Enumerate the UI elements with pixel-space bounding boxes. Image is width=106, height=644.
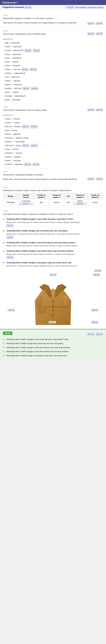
list-item: jeans — джинсы [4, 132, 103, 136]
list-item: pink — розовый [4, 98, 103, 102]
schema-table: Вчера новый/новые Слово израмки 1 Слово … [3, 193, 103, 206]
step-3-section: WORDLIST [3, 114, 103, 116]
sentence-5-en: Yesterday Miss Chatter bought a new gree… [6, 261, 103, 264]
table-header-1: новый/новые [18, 193, 34, 199]
list-item: boots — ботинки [4, 159, 103, 163]
coat-wm-tr[interactable]: gdz.top [93, 274, 100, 276]
step2-wl-badge5[interactable]: gdz.top [22, 87, 30, 90]
step-6-title: Составим несколько фраз, опираясь на при… [3, 212, 103, 216]
sentence-item-1: 1. Yesterday Miss Chatter bought a new s… [3, 217, 103, 228]
answer-item-3: 3. Yesterday Miss Chatter bought a new s… [3, 346, 103, 350]
list-item: small — маленький gdz.top gdz.top [4, 48, 103, 52]
sentence-2-en: Yesterday Miss Chatter bought new red bo… [6, 229, 103, 232]
list-item: dress — платье [4, 117, 103, 121]
table-header-2: Слово израмки 1 [34, 193, 49, 199]
main-content: 1 шаг Прочитайте задание и поймём, что н… [0, 10, 106, 329]
list-item: jacket — пиджак [4, 155, 103, 159]
step3-wl-badge1[interactable]: gdz.top [22, 125, 29, 128]
list-item: dirty — грязный [4, 64, 103, 68]
svg-point-3 [52, 310, 54, 311]
step3-badge1[interactable]: gdz.top [87, 108, 95, 111]
sent1-badge[interactable]: gdz.top [6, 224, 14, 227]
sentence-2-ru: Вчера мисс Чаттер купила новые красные б… [6, 232, 103, 236]
answer-badge1[interactable]: gdz.top [87, 333, 95, 335]
step-5-label: 5 шаг [3, 186, 103, 188]
sent4-badge[interactable]: gdz.top [6, 256, 14, 259]
answer-item-4: 4. Yesterday Miss Chatter bought a new b… [3, 350, 103, 354]
step2-wl-badge6[interactable]: gdz.top [31, 87, 38, 90]
table-cell-4: and [64, 199, 72, 206]
table-cell-1: a new/new gdz.top [18, 199, 34, 206]
step2-badge1[interactable]: gdz.top [87, 32, 95, 35]
step2-wl-badge1[interactable]: gdz.top [24, 49, 32, 52]
step3-wl-badge5[interactable]: gdz.top [24, 163, 31, 166]
step6-badge[interactable]: gdz.top [94, 270, 102, 272]
table-header-5: Слово израмки 1 [72, 193, 88, 199]
step3-wl-badge6[interactable]: gdz.top [32, 163, 40, 166]
step2-wl-badge2[interactable]: gdz.top [33, 49, 40, 52]
table-header-4: and [64, 193, 72, 199]
step4-badge2[interactable]: gdz.top [96, 178, 103, 180]
coat-wm-br[interactable]: gdz.top [91, 321, 99, 324]
step3-badge2[interactable]: gdz.top [96, 108, 103, 111]
top-bar-right: ℹ gdz.top Как оформить домашнюю работу [65, 6, 104, 8]
list-item: new — новый [4, 60, 103, 64]
list-item: short — короткий [4, 45, 103, 48]
table-badge2[interactable]: gdz.top [74, 202, 87, 205]
step3-wl-badge4[interactable]: gdz.top [30, 144, 38, 147]
step3-wl-badge2[interactable]: gdz.top [30, 125, 38, 128]
step-3-label: 3 шаг [3, 106, 103, 108]
gdz-badge-title[interactable]: gdz.top [24, 6, 32, 8]
step-5: 5 шаг Внимательно изучим схему, которая … [3, 186, 103, 206]
table-cell-3: blouse [49, 199, 64, 206]
step2-badge2[interactable]: gdz.top [96, 32, 103, 35]
coat-svg [33, 276, 73, 326]
table-header-3: Слово израмки 1 [49, 193, 64, 199]
list-item: mittens — варежки gdz.top gdz.top [4, 162, 103, 166]
coat-image-area: gdz.top gdz.top [3, 272, 103, 326]
sentence-item-5: 5. Yesterday Miss Chatter bought a new g… [3, 260, 103, 268]
step-1-desc: Нам нужно составить словосочетания или п… [3, 21, 87, 24]
divider-1 [3, 28, 103, 28]
sentence-4-ru: Вчера мисс Чаттер купила новое чёрное пл… [6, 253, 103, 256]
answer-item-1: 1. Yesterday Miss Chatter bought a new s… [3, 338, 103, 342]
table-header-0: Вчера [3, 193, 18, 199]
step1-badge1[interactable]: gdz.top [87, 22, 95, 24]
step-5-title: Внимательно изучим схему, которая нам по… [3, 189, 103, 192]
sentence-1-ru: Вчера мисс Чаттер купила новую маленькую… [6, 221, 103, 224]
list-item: long — длинный [4, 52, 103, 56]
page-title-area: Подробное решение gdz.top [2, 6, 32, 8]
step-1-title: Прочитайте задание и поймём, что нам нуж… [3, 17, 103, 20]
sentence-4-en: Yesterday Miss Chatter bought a new blac… [6, 250, 103, 253]
coat-wm-top[interactable]: gdz.top [49, 274, 57, 276]
step-2-section: WORDLIST [3, 38, 103, 40]
step2-wl-badge4[interactable]: gdz.top [30, 68, 37, 71]
step4-badge1[interactable]: gdz.top [87, 178, 95, 180]
coat-wm-ml[interactable]: gdz.top [7, 309, 15, 311]
coat-wm-bl[interactable]: gdz.top [49, 321, 56, 324]
gdz-badge-top-right[interactable]: gdz.top [67, 6, 74, 8]
coat-wm-mr[interactable]: gdz.top [91, 309, 99, 311]
sent2-badge[interactable]: gdz.top [6, 236, 14, 239]
page-title: Подробное решение [2, 6, 24, 8]
answer-item-5: 5. Yesterday Miss Chatter bought a new g… [3, 354, 103, 358]
top-bar: Подробное решение gdz.top ℹ gdz.top Как … [0, 5, 106, 10]
list-item: cap — кепка [4, 128, 103, 132]
step-3: 3 шаг Прочитаем и переведём слова во вто… [3, 106, 103, 166]
svg-rect-6 [60, 308, 68, 314]
step-1-label: 1 шаг [3, 14, 103, 16]
sentence-item-4: 4. Yesterday Miss Chatter bought a new b… [3, 249, 103, 260]
exercise-title: Упражнение 7 [2, 1, 18, 4]
list-item: clean — чистый gdz.top gdz.top [4, 68, 103, 72]
step2-wl-badge3[interactable]: gdz.top [21, 68, 28, 71]
step-2-label: 2 шаг [3, 30, 103, 32]
top-bar-link[interactable]: Как оформить домашнюю работу [75, 6, 104, 8]
step-6: 6 шаг Составим несколько фраз, опираясь … [3, 210, 103, 272]
list-item: raincoat — плащ gdz.top gdz.top [4, 144, 103, 148]
step1-badge2[interactable]: gdz.top [96, 22, 103, 24]
table-badge1[interactable]: gdz.top [19, 202, 32, 205]
list-item: trousers — брюки, штаны [4, 136, 103, 140]
step3-wl-badge3[interactable]: gdz.top [22, 144, 29, 147]
page: Упражнение 7 Подробное решение gdz.top ℹ… [0, 0, 106, 361]
answer-badge2[interactable]: gdz.top [96, 333, 103, 335]
